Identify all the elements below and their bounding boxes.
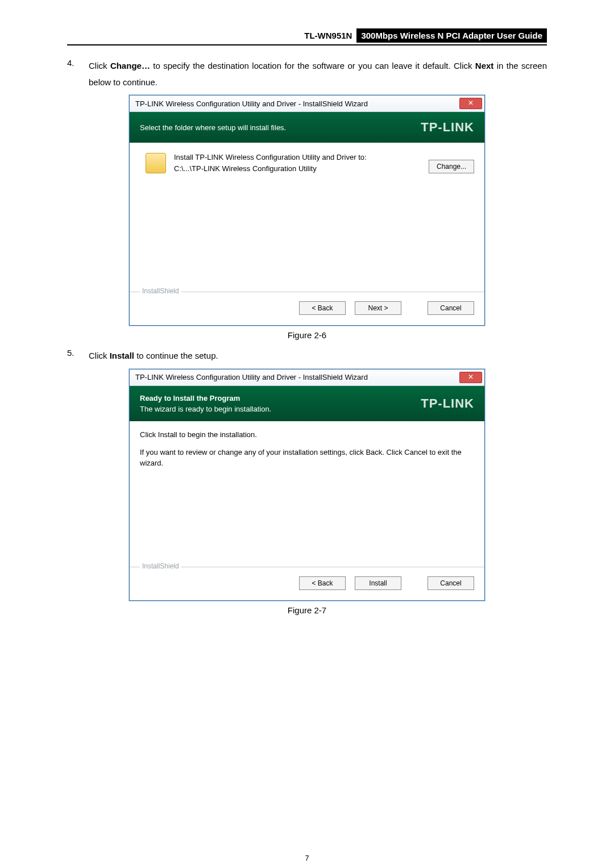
back-button[interactable]: < Back: [299, 576, 346, 590]
cancel-button[interactable]: Cancel: [428, 301, 474, 315]
page-number: 7: [67, 854, 547, 862]
titlebar-text: TP-LINK Wireless Configuration Utility a…: [135, 373, 368, 381]
dialog1-header-panel: Select the folder where setup will insta…: [130, 112, 484, 143]
install-path: C:\...\TP-LINK Wireless Configuration Ut…: [174, 163, 422, 175]
tplink-logo: TP-LINK: [421, 396, 474, 411]
next-button[interactable]: Next >: [355, 301, 401, 315]
installshield-label: InstallShield: [140, 287, 181, 295]
dialog2-line1: Click Install to begin the installation.: [140, 430, 474, 439]
install-dialog-1: TP-LINK Wireless Configuration Utility a…: [129, 95, 485, 326]
cancel-button[interactable]: Cancel: [428, 576, 474, 590]
figure-2-6-caption: Figure 2-6: [67, 330, 547, 340]
close-icon[interactable]: ✕: [459, 372, 482, 383]
dialog2-line2: If you want to review or change any of y…: [140, 447, 474, 469]
doc-header: TL-WN951N300Mbps Wireless N PCI Adapter …: [67, 28, 547, 45]
install-path-block: Install TP-LINK Wireless Configuration U…: [174, 152, 422, 174]
back-button[interactable]: < Back: [299, 301, 346, 315]
doc-title: 300Mbps Wireless N PCI Adapter User Guid…: [356, 28, 547, 43]
install-button[interactable]: Install: [355, 576, 401, 590]
step-4-text: Click Change… to specify the destination…: [89, 58, 547, 90]
step-4-number: 4.: [67, 58, 89, 90]
step-5-text: Click Install to continue the setup.: [89, 348, 547, 364]
install-to-label: Install TP-LINK Wireless Configuration U…: [174, 152, 422, 163]
figure-2-7-caption: Figure 2-7: [67, 605, 547, 615]
step-5: 5. Click Install to continue the setup.: [67, 348, 547, 364]
step-5-number: 5.: [67, 348, 89, 364]
dialog1-header-text: Select the folder where setup will insta…: [140, 123, 286, 132]
dialog2-header-bold: Ready to Install the Program: [140, 394, 271, 402]
installshield-label: InstallShield: [140, 562, 181, 570]
doc-model: TL-WN951N: [300, 28, 356, 43]
dialog2-header-text: The wizard is ready to begin installatio…: [140, 405, 271, 413]
step-4: 4. Click Change… to specify the destinat…: [67, 58, 547, 90]
titlebar: TP-LINK Wireless Configuration Utility a…: [130, 369, 484, 386]
titlebar: TP-LINK Wireless Configuration Utility a…: [130, 95, 484, 112]
folder-icon: [146, 153, 166, 173]
change-button[interactable]: Change...: [429, 160, 474, 173]
tplink-logo: TP-LINK: [421, 120, 474, 135]
close-icon[interactable]: ✕: [459, 98, 482, 109]
install-dialog-2: TP-LINK Wireless Configuration Utility a…: [129, 369, 485, 601]
dialog2-header-panel: Ready to Install the Program The wizard …: [130, 386, 484, 421]
titlebar-text: TP-LINK Wireless Configuration Utility a…: [135, 99, 368, 108]
